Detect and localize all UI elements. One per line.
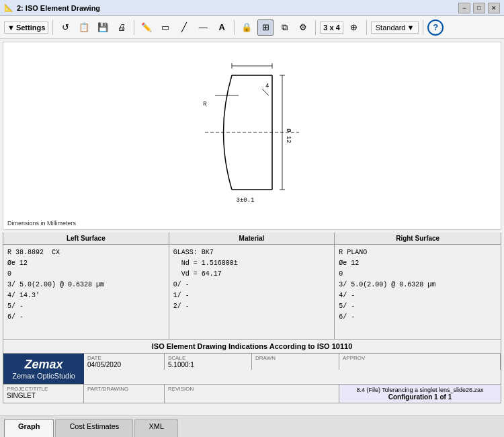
- left-surface-header: Left Surface: [3, 233, 169, 244]
- toolbar-separator-2: [134, 20, 134, 35]
- copy-button[interactable]: 📋: [76, 19, 92, 36]
- part-cell: PART/DRAWING: [84, 385, 165, 403]
- maximize-button[interactable]: □: [473, 3, 485, 13]
- revision-cell: REVISION: [165, 385, 339, 403]
- right-line6: 5/ -: [339, 301, 497, 312]
- lock-button[interactable]: 🔒: [239, 19, 255, 36]
- right-line2: Øe 12: [339, 258, 497, 269]
- data-table: Left Surface Material Right Surface R 38…: [3, 233, 501, 340]
- date-cell: DATE 04/05/2020: [84, 354, 165, 370]
- date-value: 04/05/2020: [87, 361, 161, 368]
- drawing-area: Dimensions in Millimeters: [3, 42, 501, 230]
- standard-dropdown[interactable]: Standard ▼: [371, 22, 419, 34]
- right-line4: 3/ 5.0(2.00) @ 0.6328 µm: [339, 280, 497, 290]
- window-icon: 📐: [4, 3, 13, 12]
- revision-label: REVISION: [168, 386, 335, 392]
- minimize-button[interactable]: −: [458, 3, 470, 13]
- zemax-product: Zemax OpticStudio: [12, 372, 75, 380]
- toolbar-separator-3: [234, 20, 235, 35]
- grid-display-button[interactable]: ⊞: [257, 19, 274, 36]
- info-banner-text: ISO Element Drawing Indications Accordin…: [152, 342, 353, 350]
- right-line5: 4/ -: [339, 290, 497, 301]
- close-button[interactable]: ✕: [488, 3, 500, 13]
- settings-label: Settings: [16, 24, 45, 32]
- pencil-button[interactable]: ✏️: [138, 19, 155, 36]
- save-button[interactable]: 💾: [95, 19, 111, 36]
- right-line1: R PLANO: [339, 247, 497, 258]
- config-line2: Configuration 1 of 1: [388, 393, 452, 401]
- left-line7: 6/ -: [7, 312, 165, 323]
- title-bar: 📐 2: ISO Element Drawing − □ ✕: [0, 0, 504, 16]
- left-line4: 3/ 5.0(2.00) @ 0.6328 µm: [7, 280, 165, 290]
- info-banner: ISO Element Drawing Indications Accordin…: [3, 340, 501, 354]
- tab-xml[interactable]: XML: [134, 419, 178, 437]
- rectangle-button[interactable]: ▭: [157, 19, 173, 36]
- left-line2: Øe 12: [7, 258, 165, 269]
- title-bar-left: 📐 2: ISO Element Drawing: [4, 3, 100, 12]
- zemax-branding: Zemax Zemax OpticStudio: [3, 354, 84, 384]
- content-area: Dimensions in Millimeters: [0, 39, 504, 415]
- target-button[interactable]: ⊕: [346, 19, 362, 36]
- toolbar-separator-6: [423, 20, 423, 35]
- project-cell: PROJECT/TITLE SINGLET: [3, 385, 84, 403]
- scale-label: SCALE: [168, 355, 248, 361]
- date-label: DATE: [87, 355, 161, 361]
- title-bar-controls: − □ ✕: [458, 3, 500, 13]
- project-value: SINGLET: [7, 392, 80, 399]
- material-line3: Vd = 64.17: [173, 269, 331, 280]
- right-surface-data: R PLANO Øe 12 0 3/ 5.0(2.00) @ 0.6328 µm…: [335, 245, 501, 339]
- right-line3: 0: [339, 269, 497, 280]
- toolbar-separator-1: [52, 20, 53, 35]
- drawn-cell: DRAWN: [252, 354, 339, 370]
- approv-label: APPROV: [343, 355, 497, 361]
- grid-size-label: 3 x 4: [323, 24, 339, 32]
- help-button[interactable]: ?: [427, 19, 444, 36]
- material-data: GLASS: BK7 Nd = 1.516800± Vd = 64.17 0/ …: [169, 245, 335, 339]
- settings-button[interactable]: ▼ Settings: [4, 22, 48, 34]
- print-button[interactable]: 🖨: [114, 19, 130, 36]
- drawn-label: DRAWN: [255, 355, 335, 361]
- hline-button[interactable]: —: [195, 19, 211, 36]
- toolbar-separator-4: [315, 20, 316, 35]
- tab-cost-estimates[interactable]: Cost Estimates: [55, 419, 133, 437]
- svg-text:4: 4: [265, 83, 269, 89]
- footer-row-2: PROJECT/TITLE SINGLET PART/DRAWING REVIS…: [3, 385, 501, 403]
- material-line4: 0/ -: [173, 280, 331, 290]
- text-button[interactable]: A: [214, 19, 230, 36]
- standard-label: Standard: [376, 24, 406, 32]
- standard-arrow-icon: ▼: [407, 24, 414, 32]
- config-text: 8.4 (File) Tolerancing a singlet lens_sl…: [357, 387, 484, 393]
- scale-cell: SCALE 5.1000:1: [165, 354, 252, 370]
- footer-table: DATE 04/05/2020 SCALE 5.1000:1 DRAWN APP…: [3, 354, 501, 403]
- svg-line-14: [262, 89, 269, 95]
- material-line5: 1/ -: [173, 290, 331, 301]
- line-button[interactable]: ╱: [176, 19, 192, 36]
- zemax-brand: Zemax: [24, 358, 62, 372]
- part-label: PART/DRAWING: [87, 386, 161, 392]
- grid-size-button[interactable]: 3 x 4: [320, 22, 343, 34]
- toolbar: ▼ Settings ↺ 📋 💾 🖨 ✏️ ▭ ╱ — A 🔒 ⊞ ⧉ ⚙ 3 …: [0, 16, 504, 39]
- material-line2: Nd = 1.516800±: [173, 258, 331, 269]
- left-line1: R 38.8892 CX: [7, 247, 165, 258]
- toolbar-separator-5: [366, 20, 367, 35]
- settings-chevron-icon: ▼: [7, 24, 15, 32]
- svg-text:3±0.1: 3±0.1: [236, 197, 254, 204]
- dimensions-label: Dimensions in Millimeters: [7, 220, 76, 227]
- refresh-button[interactable]: ↺: [57, 19, 73, 36]
- scale-value: 5.1000:1: [168, 361, 248, 368]
- left-line6: 5/ -: [7, 301, 165, 312]
- material-line1: GLASS: BK7: [173, 247, 331, 258]
- bottom-tabs: Graph Cost Estimates XML: [0, 415, 504, 437]
- footer-row-1: DATE 04/05/2020 SCALE 5.1000:1 DRAWN APP…: [3, 354, 501, 385]
- config-cell: 8.4 (File) Tolerancing a singlet lens_sl…: [339, 385, 501, 403]
- material-header: Material: [169, 233, 335, 244]
- svg-text:Ø 12: Ø 12: [285, 128, 292, 143]
- svg-text:R: R: [203, 101, 207, 108]
- element-drawing: Ø 12 3±0.1 R 4: [185, 55, 319, 216]
- project-label: PROJECT/TITLE: [7, 386, 80, 392]
- tab-graph[interactable]: Graph: [4, 419, 54, 437]
- left-line3: 0: [7, 269, 165, 280]
- settings2-button[interactable]: ⚙: [295, 19, 311, 36]
- layers-button[interactable]: ⧉: [276, 19, 292, 36]
- approv-cell: APPROV: [339, 354, 501, 370]
